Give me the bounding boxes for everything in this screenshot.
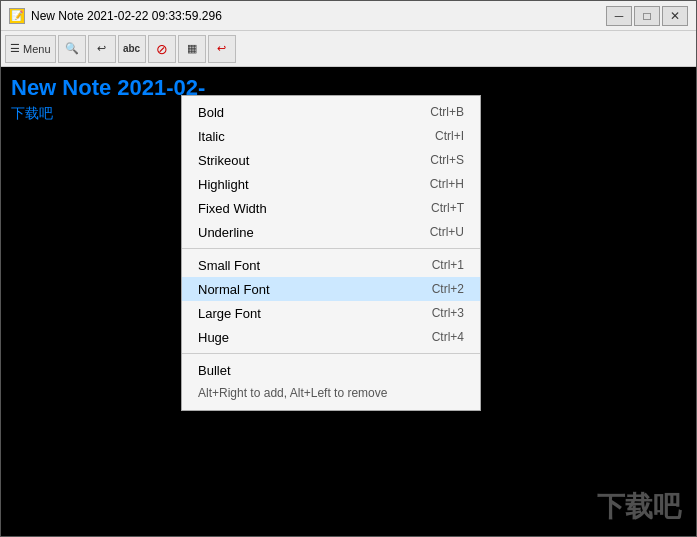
menu-divider-2 bbox=[182, 353, 480, 354]
menu-item-normal-font[interactable]: Normal Font Ctrl+2 bbox=[182, 277, 480, 301]
menu-item-bullet-desc: Alt+Right to add, Alt+Left to remove bbox=[182, 382, 480, 406]
menu-item-large-font-label: Large Font bbox=[198, 306, 412, 321]
menu-item-underline[interactable]: Underline Ctrl+U bbox=[182, 220, 480, 244]
menu-item-normal-font-shortcut: Ctrl+2 bbox=[432, 282, 464, 296]
undo-icon: ↩ bbox=[97, 42, 106, 55]
menu-item-strikeout[interactable]: Strikeout Ctrl+S bbox=[182, 148, 480, 172]
menu-item-bold[interactable]: Bold Ctrl+B bbox=[182, 100, 480, 124]
list-icon: ▦ bbox=[187, 42, 197, 55]
menu-item-huge-shortcut: Ctrl+4 bbox=[432, 330, 464, 344]
menu-item-italic[interactable]: Italic Ctrl+I bbox=[182, 124, 480, 148]
content-area[interactable]: New Note 2021-02- 下载吧 Bold Ctrl+B Italic… bbox=[1, 67, 696, 536]
menu-item-fixed-width-shortcut: Ctrl+T bbox=[431, 201, 464, 215]
app-icon: 📝 bbox=[9, 8, 25, 24]
format-button[interactable]: abc bbox=[118, 35, 146, 63]
back-button[interactable]: ↩ bbox=[208, 35, 236, 63]
menu-item-italic-shortcut: Ctrl+I bbox=[435, 129, 464, 143]
menu-item-small-font-label: Small Font bbox=[198, 258, 412, 273]
menu-item-bullet[interactable]: Bullet bbox=[182, 358, 480, 382]
menu-item-small-font-shortcut: Ctrl+1 bbox=[432, 258, 464, 272]
window-title: New Note 2021-02-22 09:33:59.296 bbox=[31, 9, 222, 23]
main-window: 📝 New Note 2021-02-22 09:33:59.296 ─ □ ✕… bbox=[0, 0, 697, 537]
search-icon: 🔍 bbox=[65, 42, 79, 55]
menu-icon: ☰ bbox=[10, 42, 20, 55]
menu-item-underline-shortcut: Ctrl+U bbox=[430, 225, 464, 239]
menu-item-large-font[interactable]: Large Font Ctrl+3 bbox=[182, 301, 480, 325]
search-button[interactable]: 🔍 bbox=[58, 35, 86, 63]
circle-button[interactable]: ⊘ bbox=[148, 35, 176, 63]
menu-item-large-font-shortcut: Ctrl+3 bbox=[432, 306, 464, 320]
menu-item-underline-label: Underline bbox=[198, 225, 410, 240]
toolbar: ☰ Menu 🔍 ↩ abc ⊘ ▦ ↩ bbox=[1, 31, 696, 67]
list-button[interactable]: ▦ bbox=[178, 35, 206, 63]
title-bar-left: 📝 New Note 2021-02-22 09:33:59.296 bbox=[9, 8, 222, 24]
menu-item-italic-label: Italic bbox=[198, 129, 415, 144]
menu-item-highlight[interactable]: Highlight Ctrl+H bbox=[182, 172, 480, 196]
menu-item-fixed-width[interactable]: Fixed Width Ctrl+T bbox=[182, 196, 480, 220]
watermark: 下载吧 bbox=[597, 488, 681, 526]
close-button[interactable]: ✕ bbox=[662, 6, 688, 26]
menu-label: Menu bbox=[23, 43, 51, 55]
menu-item-small-font[interactable]: Small Font Ctrl+1 bbox=[182, 253, 480, 277]
format-icon: abc bbox=[123, 43, 140, 54]
undo-button[interactable]: ↩ bbox=[88, 35, 116, 63]
maximize-button[interactable]: □ bbox=[634, 6, 660, 26]
menu-item-highlight-shortcut: Ctrl+H bbox=[430, 177, 464, 191]
menu-button[interactable]: ☰ Menu bbox=[5, 35, 56, 63]
menu-item-bold-shortcut: Ctrl+B bbox=[430, 105, 464, 119]
back-icon: ↩ bbox=[217, 42, 226, 55]
title-bar-controls: ─ □ ✕ bbox=[606, 6, 688, 26]
title-bar: 📝 New Note 2021-02-22 09:33:59.296 ─ □ ✕ bbox=[1, 1, 696, 31]
menu-item-bullet-label: Bullet bbox=[198, 363, 444, 378]
context-menu: Bold Ctrl+B Italic Ctrl+I Strikeout Ctrl… bbox=[181, 95, 481, 411]
menu-item-huge-label: Huge bbox=[198, 330, 412, 345]
menu-item-bullet-desc-label: Alt+Right to add, Alt+Left to remove bbox=[198, 386, 387, 400]
menu-item-strikeout-shortcut: Ctrl+S bbox=[430, 153, 464, 167]
menu-divider-1 bbox=[182, 248, 480, 249]
menu-item-normal-font-label: Normal Font bbox=[198, 282, 412, 297]
minimize-button[interactable]: ─ bbox=[606, 6, 632, 26]
menu-item-strikeout-label: Strikeout bbox=[198, 153, 410, 168]
menu-item-bold-label: Bold bbox=[198, 105, 410, 120]
menu-item-fixed-width-label: Fixed Width bbox=[198, 201, 411, 216]
menu-item-highlight-label: Highlight bbox=[198, 177, 410, 192]
menu-item-huge[interactable]: Huge Ctrl+4 bbox=[182, 325, 480, 349]
circle-icon: ⊘ bbox=[156, 41, 168, 57]
